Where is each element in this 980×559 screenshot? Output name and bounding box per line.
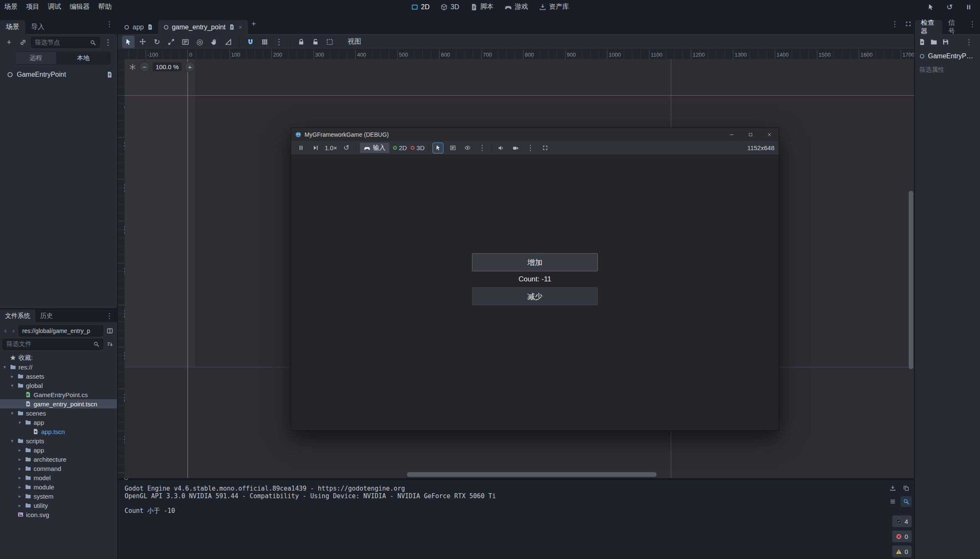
decrease-button[interactable]: 减少 xyxy=(472,287,598,305)
scale-tool-button[interactable] xyxy=(165,36,177,48)
fs-item-assets[interactable]: ▸assets xyxy=(0,372,117,381)
horizontal-scrollbar[interactable] xyxy=(407,472,657,477)
menu-debug[interactable]: 调试 xyxy=(44,0,65,14)
snap-options-icon[interactable]: ⋮ xyxy=(273,36,285,48)
tab-import-dock[interactable]: 导入 xyxy=(25,20,50,34)
tab-scene-dock[interactable]: 场景 xyxy=(0,20,25,34)
filter-files-input[interactable]: 筛选文件 xyxy=(3,339,103,350)
workspace-assetlib[interactable]: 资产库 xyxy=(534,0,573,14)
fs-item-app[interactable]: ▾app xyxy=(0,418,117,427)
log-filter-icon[interactable] xyxy=(887,496,898,507)
script-icon[interactable] xyxy=(229,24,235,30)
tree-collapse-icon[interactable]: ▾ xyxy=(9,411,15,416)
unlock-object-button[interactable] xyxy=(309,36,322,48)
group-object-button[interactable] xyxy=(323,36,336,48)
scene-dock-menu-icon[interactable]: ⋮ xyxy=(102,20,117,29)
visibility-tool-button[interactable] xyxy=(462,143,473,153)
fs-item-scripts[interactable]: ▾scripts xyxy=(0,436,117,445)
tree-collapse-icon[interactable]: ▾ xyxy=(17,420,23,425)
pivot-tool-button[interactable]: ◎ xyxy=(193,36,206,48)
vertical-scrollbar[interactable] xyxy=(909,191,913,369)
mode-2d-button[interactable]: 2D xyxy=(393,144,407,151)
tree-collapse-icon[interactable]: ▾ xyxy=(2,364,8,370)
more-options-icon[interactable]: ⋮ xyxy=(525,143,536,153)
tree-expand-icon[interactable]: ▸ xyxy=(17,494,23,499)
suspend-game-icon[interactable] xyxy=(295,143,306,153)
tab-signals[interactable]: 信号 xyxy=(942,20,964,34)
close-tab-icon[interactable] xyxy=(238,25,243,30)
grid-snap-toggle[interactable] xyxy=(258,36,271,48)
select-options-icon[interactable]: ⋮ xyxy=(477,143,487,153)
filter-nodes-input[interactable]: 筛选节点 xyxy=(31,37,100,48)
nav-back-icon[interactable]: ‹ xyxy=(3,327,8,335)
remote-tab[interactable]: 远程 xyxy=(16,52,56,64)
tab-list-menu-icon[interactable]: ⋮ xyxy=(891,20,898,29)
tree-collapse-icon[interactable]: ▾ xyxy=(9,438,15,444)
fs-item-icon.svg[interactable]: icon.svg xyxy=(0,510,117,519)
maximize-button[interactable] xyxy=(741,128,760,141)
next-frame-icon[interactable] xyxy=(310,143,321,153)
fs-item-scenes[interactable]: ▾scenes xyxy=(0,408,117,418)
smart-snap-toggle[interactable] xyxy=(244,36,257,48)
fs-item-system[interactable]: ▸system xyxy=(0,491,117,501)
tree-expand-icon[interactable]: ▸ xyxy=(17,475,23,481)
error-count-badge[interactable]: 0 xyxy=(892,530,912,542)
close-button[interactable] xyxy=(760,128,779,141)
minimize-button[interactable] xyxy=(722,128,741,141)
select-node-tool-button[interactable] xyxy=(433,143,443,153)
fs-item-module[interactable]: ▸module xyxy=(0,482,117,491)
load-resource-icon[interactable] xyxy=(930,38,938,46)
tab-inspector[interactable]: 检查器 xyxy=(915,20,942,34)
game-window-titlebar[interactable]: MyGFrameworkGame (DEBUG) xyxy=(291,128,779,141)
node-list-tool-button[interactable] xyxy=(447,143,458,153)
zoom-level-value[interactable]: 100.0 % xyxy=(153,62,182,71)
tree-collapse-icon[interactable]: ▾ xyxy=(9,383,15,388)
lock-object-button[interactable] xyxy=(295,36,308,48)
fs-item-architecture[interactable]: ▸architecture xyxy=(0,455,117,464)
fullscreen-icon[interactable] xyxy=(540,143,550,153)
reset-speed-icon[interactable]: ↺ xyxy=(341,143,352,153)
game-pick-mode-icon[interactable] xyxy=(925,1,936,13)
filesystem-menu-icon[interactable]: ⋮ xyxy=(102,312,117,320)
fs-item-收藏:[interactable]: 收藏: xyxy=(0,353,117,362)
pause-game-icon[interactable] xyxy=(963,1,974,13)
workspace-game[interactable]: 游戏 xyxy=(500,0,532,14)
inspected-node-header[interactable]: GameEntryPoint... xyxy=(915,50,980,62)
tree-expand-icon[interactable]: ▸ xyxy=(17,466,23,471)
zoom-in-button[interactable]: + xyxy=(185,62,195,72)
scene-tab-game_entry_point[interactable]: game_entry_point xyxy=(158,20,248,34)
input-mode-button[interactable]: 输入 xyxy=(360,143,389,153)
workspace-3d[interactable]: 3D xyxy=(436,0,464,14)
mute-audio-icon[interactable] xyxy=(495,143,506,153)
menu-project[interactable]: 项目 xyxy=(22,0,44,14)
tree-expand-icon[interactable]: ▸ xyxy=(17,503,23,508)
game-speed-value[interactable]: 1.0× xyxy=(325,144,337,151)
ruler-tool-button[interactable] xyxy=(222,36,235,48)
fs-item-utility[interactable]: ▸utility xyxy=(0,501,117,510)
script-icon[interactable] xyxy=(147,24,153,30)
zoom-out-button[interactable]: − xyxy=(139,62,150,72)
scene-tree-menu-icon[interactable]: ⋮ xyxy=(102,37,114,48)
scene-tab-app[interactable]: app xyxy=(119,20,158,34)
filter-properties-input[interactable]: 筛选属性 xyxy=(919,66,976,74)
add-node-button[interactable]: + xyxy=(3,37,15,48)
menu-scene[interactable]: 场景 xyxy=(0,0,22,14)
tree-expand-icon[interactable]: ▸ xyxy=(9,374,15,379)
tab-filesystem[interactable]: 文件系统 xyxy=(0,309,35,322)
inspector-extra-menu-icon[interactable]: ⋮ xyxy=(961,38,977,47)
warning-count-badge[interactable]: 0 xyxy=(892,546,912,557)
scene-tree-root-node[interactable]: GameEntryPoint xyxy=(0,68,117,81)
restart-game-icon[interactable]: ↺ xyxy=(944,1,955,13)
save-resource-icon[interactable] xyxy=(942,38,949,46)
tree-expand-icon[interactable]: ▸ xyxy=(17,457,23,462)
fs-item-app[interactable]: ▸app xyxy=(0,445,117,455)
copy-log-icon[interactable] xyxy=(901,483,912,494)
fs-item-command[interactable]: ▸command xyxy=(0,464,117,473)
current-path-input[interactable]: res://global/game_entry_p xyxy=(18,325,103,336)
fs-item-model[interactable]: ▸model xyxy=(0,473,117,482)
inspector-dock-menu-icon[interactable]: ⋮ xyxy=(964,20,980,29)
select-tool-button[interactable] xyxy=(122,36,135,48)
workspace-script[interactable]: 脚本 xyxy=(465,0,498,14)
view-menu-button[interactable]: 视图 xyxy=(344,37,365,46)
fs-item-GameEntryPoint.cs[interactable]: GameEntryPoint.cs xyxy=(0,390,117,399)
